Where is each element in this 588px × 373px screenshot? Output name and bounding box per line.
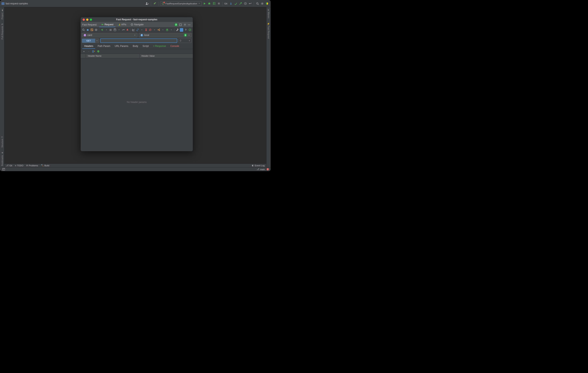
coverage-icon[interactable] bbox=[212, 2, 216, 6]
flag-icon[interactable] bbox=[180, 28, 183, 32]
forbidden-icon[interactable] bbox=[148, 28, 152, 32]
checkbox-column[interactable] bbox=[81, 54, 86, 58]
close-button[interactable] bbox=[83, 19, 85, 21]
group-icon[interactable] bbox=[92, 50, 95, 53]
svg-rect-24 bbox=[179, 24, 181, 26]
chevron-down-icon[interactable]: ▼ bbox=[140, 28, 144, 32]
add-icon[interactable]: ＋ bbox=[82, 50, 85, 53]
svg-point-0 bbox=[146, 2, 147, 4]
hourglass-icon[interactable] bbox=[144, 28, 148, 32]
svg-rect-51 bbox=[92, 51, 94, 52]
popup-titlebar[interactable]: Fast Request - fast-request-samples bbox=[81, 17, 193, 22]
history-icon[interactable] bbox=[243, 2, 247, 6]
tab-apis[interactable]: APIs bbox=[116, 22, 128, 27]
svg-rect-32 bbox=[91, 29, 93, 31]
popup-selectors: P card ▼ E local 1 ▼ bbox=[81, 32, 193, 38]
git-label: Git: bbox=[224, 2, 228, 5]
settings-toggle-icon[interactable] bbox=[90, 28, 94, 32]
robot-icon[interactable] bbox=[86, 28, 89, 32]
settings-icon[interactable] bbox=[260, 2, 264, 6]
rollback-icon[interactable] bbox=[248, 2, 252, 6]
chevron-down-icon[interactable]: ▼ bbox=[153, 28, 156, 32]
pin-icon[interactable] bbox=[126, 28, 129, 32]
remove-icon[interactable]: － bbox=[87, 50, 90, 53]
search-icon[interactable] bbox=[82, 28, 85, 32]
bottom-problems[interactable]: ⊘ Problems bbox=[26, 164, 38, 167]
svg-rect-20 bbox=[119, 24, 119, 26]
hide-icon[interactable]: — bbox=[187, 23, 191, 27]
svg-line-4 bbox=[208, 3, 209, 3]
env-selector[interactable]: E local 1 ▼ bbox=[139, 33, 192, 37]
subtab-script[interactable]: Script bbox=[140, 44, 151, 49]
header-name-column[interactable]: Header Name bbox=[86, 54, 139, 58]
svg-point-45 bbox=[159, 30, 160, 31]
stop-icon[interactable] bbox=[217, 2, 221, 6]
wrench-icon[interactable] bbox=[176, 28, 179, 32]
stop-icon[interactable] bbox=[109, 28, 112, 32]
help-icon[interactable]: ? bbox=[184, 28, 188, 32]
run-icon[interactable] bbox=[203, 2, 207, 6]
gutter-project[interactable]: Project ▮ bbox=[0, 8, 4, 21]
redo-icon[interactable] bbox=[122, 28, 125, 32]
bottom-todo[interactable]: ≡ TODO bbox=[15, 164, 23, 167]
url-input[interactable] bbox=[100, 39, 177, 43]
hammer-icon[interactable] bbox=[153, 2, 157, 6]
send-icon[interactable] bbox=[100, 28, 104, 32]
subtab-url-params[interactable]: URL Params bbox=[113, 44, 130, 49]
layers-icon[interactable] bbox=[166, 28, 169, 32]
headers-toolbar: ＋ － ? bbox=[81, 49, 193, 54]
chevron-down-icon[interactable]: ▼ bbox=[105, 28, 108, 32]
chart-icon[interactable] bbox=[132, 28, 135, 32]
subtab-console[interactable]: Console bbox=[168, 44, 181, 49]
save-icon[interactable] bbox=[113, 28, 116, 32]
gutter-fast-request[interactable]: ⚡ Fast Request bbox=[266, 21, 271, 40]
target-icon[interactable] bbox=[94, 28, 98, 32]
gutter-bookmarks[interactable]: Bookmarks ◈ bbox=[0, 150, 4, 167]
svg-rect-50 bbox=[92, 51, 94, 51]
tool-windows-icon[interactable] bbox=[2, 167, 6, 171]
search-icon[interactable] bbox=[255, 2, 260, 6]
bottom-git[interactable]: ⎇ Git bbox=[6, 164, 12, 167]
check-icon[interactable] bbox=[188, 28, 192, 32]
chevron-down-icon[interactable]: ▼ bbox=[117, 28, 121, 32]
chevron-down-icon[interactable]: ▼ bbox=[161, 28, 165, 32]
method-label: GET bbox=[82, 39, 95, 43]
gutter-maven[interactable]: m Maven bbox=[266, 8, 271, 20]
shield-icon[interactable]: ? bbox=[97, 50, 100, 53]
svg-line-11 bbox=[258, 4, 259, 5]
debug-icon[interactable] bbox=[207, 2, 211, 6]
project-selector[interactable]: P card ▼ bbox=[82, 33, 137, 37]
git-update-icon[interactable] bbox=[229, 2, 233, 6]
count-box[interactable]: 0 ▼ bbox=[178, 39, 192, 43]
error-indicator[interactable] bbox=[266, 168, 269, 171]
subtab-body[interactable]: Body bbox=[131, 44, 140, 49]
git-commit-icon[interactable] bbox=[234, 2, 238, 6]
gutter-pull-requests[interactable]: Pull Requests ⇅ bbox=[0, 22, 4, 41]
bottom-build[interactable]: 🔨 Build bbox=[41, 164, 49, 167]
share-icon[interactable] bbox=[157, 28, 160, 32]
maximize-button[interactable] bbox=[90, 19, 92, 21]
shield-icon[interactable] bbox=[265, 2, 269, 6]
subtab-headers[interactable]: Headers bbox=[82, 44, 95, 49]
tab-request[interactable]: Request bbox=[99, 22, 116, 27]
gutter-structure[interactable]: Structure ⠿ bbox=[0, 135, 4, 149]
chevron-down-icon[interactable]: ▼ bbox=[170, 28, 173, 32]
svg-point-29 bbox=[87, 30, 88, 30]
bottom-event-log[interactable]: ◐ Event Log bbox=[252, 164, 265, 167]
git-push-icon[interactable] bbox=[239, 2, 242, 6]
minimize-button[interactable] bbox=[86, 19, 88, 21]
branch-indicator[interactable]: ⎇ main bbox=[257, 168, 265, 171]
window-mode-icon[interactable] bbox=[178, 23, 182, 27]
run-config-name: FastRequestSamplesApplication bbox=[166, 2, 197, 5]
link-icon[interactable] bbox=[136, 28, 139, 32]
gear-icon[interactable] bbox=[183, 23, 187, 27]
chevron-down-icon: ▼ bbox=[134, 34, 136, 36]
tab-navigate[interactable]: Navigate bbox=[129, 22, 146, 27]
run-config-selector[interactable]: FastRequestSamplesApplication ▼ bbox=[160, 1, 202, 6]
subtab-path-param[interactable]: Path Param bbox=[96, 44, 112, 49]
notification-badge[interactable]: 2 bbox=[174, 23, 178, 26]
header-value-column[interactable]: Header Value bbox=[139, 54, 193, 58]
user-icon[interactable] bbox=[145, 2, 149, 6]
method-selector[interactable]: GET ▼ bbox=[82, 39, 99, 43]
subtab-response[interactable]: > Response bbox=[151, 44, 168, 49]
